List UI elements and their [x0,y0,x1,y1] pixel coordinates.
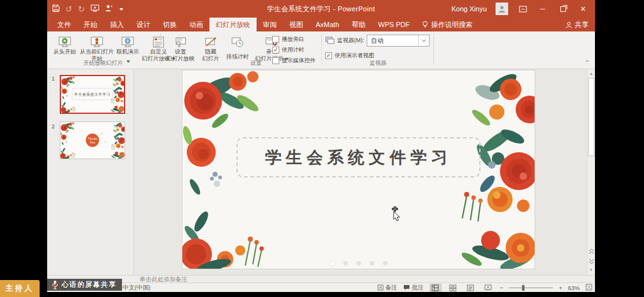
play-narrations-checkbox[interactable]: 播放旁白 [272,34,316,45]
notes-toggle[interactable]: 备注 [377,284,397,292]
present-online-icon [121,33,135,48]
use-timings-checkbox[interactable]: ✓ 使用计时 [272,45,316,55]
close-button[interactable]: ✕ [577,3,589,14]
notes-icon [377,284,384,291]
chevron-down-icon [418,35,429,46]
group-separator [433,33,434,65]
group-label: 开始放映幻灯片 [47,59,159,67]
normal-view-icon [431,284,439,291]
status-bar: 中文(中国) 备注 批注 [47,283,595,292]
tab-tell-me[interactable]: 操作说明搜索 [416,18,479,31]
titlebar-controls: Kong Xinyu ─ ✕ [452,0,595,18]
zoom-slider-thumb[interactable] [522,285,525,291]
checkbox-icon [272,36,279,43]
hide-slide-icon [204,33,218,48]
tab-transitions[interactable]: 切换 [157,18,183,31]
statusbar-right: 备注 批注 − + [377,283,592,293]
scrollbar-thumb[interactable] [588,78,594,156]
reading-view-button[interactable] [465,284,477,292]
group-monitors: 监视器(M): 自动 ✓ 使用演示者视图 监视器 [324,31,432,69]
monitor-row: 监视器(M): 自动 [325,35,430,47]
zoom-level[interactable]: 63% [568,284,580,291]
host-badge: 主持人 [0,280,40,297]
slide-title-text: 学生会系统文件学习 [265,147,452,169]
tab-animations[interactable]: 动画 [183,18,209,31]
tab-file[interactable]: 文件 [51,18,77,31]
zoom-slider[interactable] [509,288,553,288]
svg-text:You: You [89,140,96,143]
tab-axmath[interactable]: AxMath [309,18,345,31]
comments-toggle[interactable]: 批注 [403,284,424,292]
slide-sorter-icon [449,284,457,291]
microphone-muted-icon [51,280,59,289]
group-setup: 设置 幻灯片放映 隐藏 幻灯片 排练计时 [162,31,319,69]
slide-canvas[interactable]: 学生会系统文件学习 [182,70,535,269]
tab-help[interactable]: 帮助 [345,18,372,31]
svg-text:Thank: Thank [88,137,97,140]
hide-slide-button[interactable]: 隐藏 幻灯片 [199,33,222,62]
tab-wps-pdf[interactable]: WPS PDF [372,18,416,31]
fit-to-window-icon[interactable] [586,284,592,292]
tab-slideshow[interactable]: 幻灯片放映 [209,18,257,31]
main-area: 1 学生会系统文件学习 2 Thank You [47,69,595,275]
thumbnail-slide-1[interactable]: 学生会系统文件学习 [60,75,125,114]
normal-view-button[interactable] [430,284,441,292]
monitor-select[interactable]: 自动 [367,35,430,47]
avatar[interactable] [496,3,508,15]
scroll-up-icon[interactable]: ▲ [587,70,595,77]
svg-text:学生会系统文件学习: 学生会系统文件学习 [74,92,111,97]
group-separator [321,33,322,65]
tab-insert[interactable]: 插入 [104,18,130,31]
from-current-slide-button[interactable]: 从当前幻灯片 开始 [79,33,115,62]
slide-thumbnail-panel: 1 学生会系统文件学习 2 Thank You [47,69,134,283]
tab-design[interactable]: 设计 [130,18,157,31]
scroll-down-icon[interactable]: ▼ [587,266,595,274]
slideshow-view-button[interactable] [482,284,494,292]
language-indicator[interactable]: 中文(中国) [123,284,150,292]
slide-number: 1 [52,76,55,82]
screen-share-caption: 心语的屏幕共享 [47,279,122,291]
slide-title-placeholder[interactable]: 学生会系统文件学习 [236,137,480,177]
slide-sorter-view-button[interactable] [447,284,459,292]
title-bar: ↺ ↻ 学生会系统文件学习 - PowerPoint Kong Xinyu [47,0,595,18]
minimize-button[interactable]: ─ [537,3,548,14]
previous-slide-button[interactable] [587,247,595,256]
slide-number: 2 [52,123,55,130]
group-separator [160,33,161,65]
monitor-icon [325,36,335,45]
notes-pane[interactable]: 单击此处添加备注 [47,275,595,283]
maximize-button[interactable] [557,3,569,14]
zoom-in-button[interactable]: + [558,284,562,291]
ribbon-tabs: 文件 开始 插入 设计 切换 动画 幻灯片放映 审阅 视图 AxMath 帮助 … [47,18,595,31]
powerpoint-window: ↺ ↻ 学生会系统文件学习 - PowerPoint Kong Xinyu [47,0,595,292]
ribbon: 从头开始 从当前幻灯片 开始 联机演示 [47,31,595,69]
tab-home[interactable]: 开始 [77,18,104,31]
reading-view-icon [467,284,474,291]
zoom-out-button[interactable]: − [500,284,504,291]
mouse-cursor [388,206,403,225]
ribbon-display-options-icon[interactable] [517,3,528,14]
next-slide-button[interactable] [587,257,595,266]
collapse-ribbon-icon[interactable]: ⌃ [585,59,590,66]
share-button[interactable]: 共享 [565,18,589,31]
checkbox-icon: ✓ [325,52,332,59]
from-beginning-button[interactable]: 从头开始 [52,33,77,55]
rehearse-timings-button[interactable]: 排练计时 [223,33,252,60]
lightbulb-icon [422,21,428,28]
group-label: 监视器 [324,59,432,67]
setup-slideshow-button[interactable]: 设置 幻灯片放映 [163,33,198,62]
screen: ↺ ↻ 学生会系统文件学习 - PowerPoint Kong Xinyu [0,0,644,297]
setup-slideshow-icon [174,33,187,48]
checkbox-icon: ✓ [272,47,279,53]
vertical-scrollbar[interactable]: ▲ ▼ [587,69,595,275]
account-name[interactable]: Kong Xinyu [452,5,487,13]
tab-view[interactable]: 视图 [283,18,309,31]
group-label: 设置 [231,59,281,67]
from-beginning-icon [58,33,72,48]
comments-icon [403,284,410,291]
from-current-slide-icon [90,33,104,48]
share-person-icon [565,21,572,28]
tab-review[interactable]: 审阅 [257,18,283,31]
rehearse-timings-icon [231,33,245,48]
thumbnail-slide-2[interactable]: Thank You [60,121,125,159]
